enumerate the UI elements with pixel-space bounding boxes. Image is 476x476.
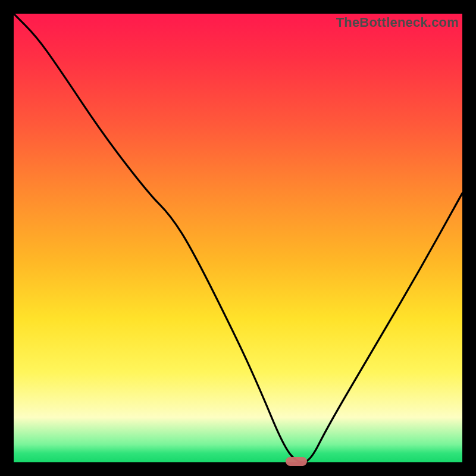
plot-area: TheBottleneck.com — [14, 14, 462, 462]
chart-frame: TheBottleneck.com — [0, 0, 476, 476]
optimal-marker — [286, 457, 307, 466]
bottleneck-curve — [14, 14, 462, 462]
